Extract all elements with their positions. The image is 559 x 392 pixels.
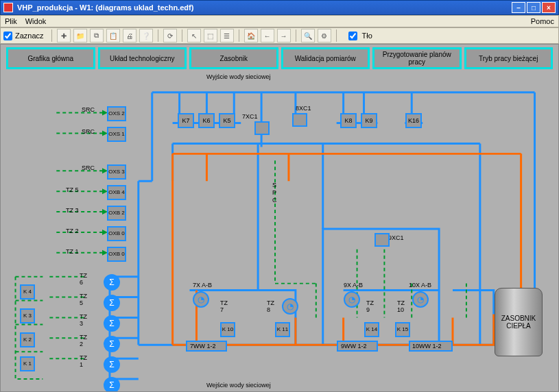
label-tz3: TZ 3 xyxy=(66,207,79,214)
block-k14[interactable]: K 14 xyxy=(364,322,379,337)
block-k15[interactable]: K 15 xyxy=(395,322,410,337)
tool-help-icon[interactable]: ❔ xyxy=(139,29,153,42)
label-tz7v: TZ 7 xyxy=(220,299,228,313)
app-icon xyxy=(3,3,13,12)
tool-zoom-icon[interactable]: 🔍 xyxy=(301,29,315,42)
label-tz8v: TZ 8 xyxy=(267,299,274,313)
tool-cursor-icon[interactable]: ↖ xyxy=(187,29,201,42)
label-8xc1: 8XC1 xyxy=(296,105,311,112)
tool-paste-icon[interactable]: 📋 xyxy=(106,29,120,42)
label-10ww: 10WW 1-2 xyxy=(412,343,442,350)
block-k11[interactable]: K 11 xyxy=(275,322,290,337)
tank-label: ZASOBNIK CIEPŁA xyxy=(495,315,542,330)
block-oxs-1[interactable]: OXS 1 xyxy=(107,127,126,142)
close-button[interactable]: × xyxy=(542,2,556,13)
block-7xc1[interactable] xyxy=(254,121,270,135)
menu-help[interactable]: Pomoc xyxy=(531,17,554,25)
label-9xab: 9X A-B xyxy=(344,282,363,289)
label-tz9v: TZ 9 xyxy=(366,299,374,313)
label-spc: S P C xyxy=(272,182,277,204)
tool-tree-icon[interactable]: ☰ xyxy=(220,29,234,42)
block-oxb-4[interactable]: OXB 4 xyxy=(107,185,126,200)
tool-refresh-icon[interactable]: ⟳ xyxy=(163,29,177,42)
label-9xc1: 9XC1 xyxy=(388,234,404,241)
label-tz1v: TZ 1 xyxy=(80,354,87,368)
titlebar: VHP_produkcja - W1: (diagrams uklad_tech… xyxy=(0,0,559,15)
zaznacz-checkbox[interactable]: Zaznacz xyxy=(3,32,44,40)
label-src-2: SRC xyxy=(82,128,95,135)
block-k2[interactable]: K 2 xyxy=(20,332,35,347)
tool-settings-icon[interactable]: ⚙ xyxy=(318,29,331,42)
sigma-1-icon[interactable]: Σ xyxy=(104,274,120,291)
nav-zasobnik[interactable]: Zasobnik xyxy=(189,47,278,69)
nav-przygotowanie-planow[interactable]: Przygotowanie planów pracy xyxy=(372,47,462,69)
nav-walidacja-pomiarow[interactable]: Walidacja pomiarów xyxy=(281,47,370,69)
menubar: Plik Widok Pomoc xyxy=(0,15,559,27)
window-title: VHP_produkcja - W1: (diagrams uklad_tech… xyxy=(17,3,512,12)
nav-tryb-pracy[interactable]: Tryb pracy bieżącej xyxy=(464,47,554,69)
label-tz2v: TZ 2 xyxy=(80,334,87,347)
tool-select-icon[interactable]: ⬚ xyxy=(204,29,217,42)
label-7ww: 7WW 1-2 xyxy=(190,343,216,350)
label-tz6v: TZ 6 xyxy=(80,272,87,286)
label-tz1: TZ 1 xyxy=(66,248,79,255)
sigma-5-icon[interactable]: Σ xyxy=(104,356,120,373)
pump-10x-icon[interactable]: ◔ xyxy=(412,291,429,308)
tool-back-icon[interactable]: ← xyxy=(261,29,274,42)
pump-9x-icon[interactable]: ◔ xyxy=(344,291,360,308)
zaznacz-input[interactable] xyxy=(3,32,12,40)
label-tz5: TZ 5 xyxy=(66,186,79,193)
nav-uklad-technologiczny[interactable]: Układ technologiczny xyxy=(98,47,187,69)
block-oxb-0b[interactable]: OXB 0 xyxy=(107,247,126,262)
tlo-label: Tło xyxy=(362,32,372,40)
tool-new-icon[interactable]: ✚ xyxy=(57,29,71,42)
label-tz5v: TZ 5 xyxy=(80,293,87,306)
block-k3[interactable]: K 3 xyxy=(20,308,35,323)
tool-print-icon[interactable]: 🖨 xyxy=(123,29,136,42)
sigma-2-icon[interactable]: Σ xyxy=(104,295,120,311)
block-oxb-2[interactable]: OXB 2 xyxy=(107,206,126,221)
sigma-6-icon[interactable]: Σ xyxy=(104,377,120,392)
label-7xc1: 7XC1 xyxy=(242,113,258,120)
maximize-button[interactable]: □ xyxy=(527,2,540,13)
block-k6[interactable]: K6 xyxy=(198,113,215,128)
block-k10[interactable]: K 10 xyxy=(220,322,235,337)
block-oxs-3[interactable]: OXS 3 xyxy=(107,164,126,180)
block-oxb-0a[interactable]: OXB 0 xyxy=(107,226,126,241)
tlo-input[interactable] xyxy=(348,32,357,40)
block-k1[interactable]: K 1 xyxy=(20,356,35,371)
block-k5[interactable]: K5 xyxy=(219,113,235,128)
label-9ww: 9WW 1-2 xyxy=(341,343,367,350)
block-k4[interactable]: K 4 xyxy=(20,284,35,299)
label-wyjscie: Wyjście wody sieciowej xyxy=(206,73,270,80)
tlo-checkbox[interactable]: Tło xyxy=(346,29,372,42)
label-tz2: TZ 2 xyxy=(66,228,79,234)
tool-forward-icon[interactable]: → xyxy=(277,29,291,42)
nav-grafika-glowna[interactable]: Grafika główna xyxy=(6,47,95,69)
minimize-button[interactable]: – xyxy=(512,2,525,13)
tool-copy-icon[interactable]: ⧉ xyxy=(90,29,104,42)
block-k8[interactable]: K8 xyxy=(340,113,357,128)
pump-7x-icon[interactable]: ◔ xyxy=(193,291,209,308)
tool-home-icon[interactable]: 🏠 xyxy=(244,29,258,42)
label-10xab: 10X A-B xyxy=(409,282,431,289)
toolbar: Zaznacz ✚ 📁 ⧉ 📋 🖨 ❔ ⟳ ↖ ⬚ ☰ 🏠 ← → 🔍 ⚙ Tł… xyxy=(0,27,559,44)
block-k9[interactable]: K9 xyxy=(361,113,377,128)
pump-mid-icon[interactable]: ◔ xyxy=(282,298,298,315)
block-9xc1[interactable] xyxy=(374,233,390,247)
label-tz10v: TZ 10 xyxy=(397,299,405,313)
block-oxs-2[interactable]: OXS 2 xyxy=(107,106,126,121)
tank-zasobnik[interactable]: ZASOBNIK CIEPŁA xyxy=(495,288,543,356)
diagram-canvas: Grafika główna Układ technologiczny Zaso… xyxy=(0,44,559,392)
tool-open-icon[interactable]: 📁 xyxy=(73,29,87,42)
label-src-1: SRC xyxy=(82,106,95,113)
block-8xc1[interactable] xyxy=(292,113,307,127)
menu-file[interactable]: Plik xyxy=(5,17,17,25)
zaznacz-label: Zaznacz xyxy=(15,32,44,40)
block-k7[interactable]: K7 xyxy=(178,113,194,128)
label-tz3v: TZ 3 xyxy=(80,313,87,327)
menu-view[interactable]: Widok xyxy=(25,17,47,25)
sigma-4-icon[interactable]: Σ xyxy=(104,336,120,352)
block-k16[interactable]: K16 xyxy=(405,113,422,128)
sigma-3-icon[interactable]: Σ xyxy=(104,315,120,332)
